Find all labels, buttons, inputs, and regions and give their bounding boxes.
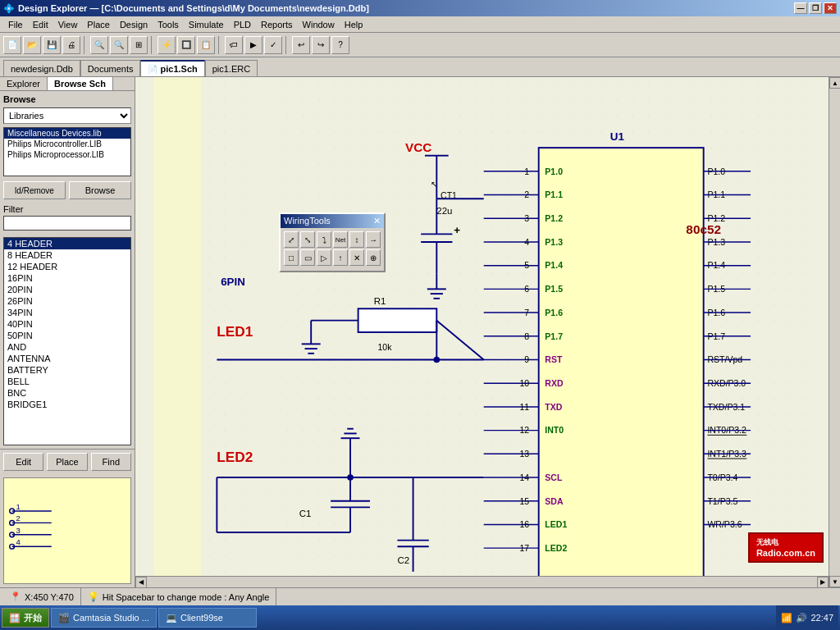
check-button[interactable]: ✓	[264, 36, 282, 54]
lib-item-misc[interactable]: Miscellaneous Devices.lib	[4, 128, 130, 139]
taskbar-camtasia[interactable]: 🎬 Camtasia Studio ...	[51, 608, 157, 628]
comp-50pin[interactable]: 50PIN	[4, 330, 130, 341]
comp-bnc[interactable]: BNC	[4, 387, 130, 399]
start-button[interactable]: 🪟 开始	[2, 608, 49, 628]
annotate-button[interactable]: 🏷	[225, 36, 243, 54]
menu-edit[interactable]: Edit	[28, 18, 53, 31]
comp-4header[interactable]: 4 HEADER	[4, 238, 130, 249]
lib-item-philips-mc[interactable]: Philips Microcontroller.LIB	[4, 139, 130, 149]
wire-tool-5[interactable]: ↕	[349, 231, 364, 248]
wire-button[interactable]: ⚡	[158, 36, 176, 54]
zoom-fit-button[interactable]: ⊞	[130, 36, 148, 54]
restore-button[interactable]: ❐	[809, 2, 822, 14]
menu-place[interactable]: Place	[82, 18, 115, 31]
wiring-tools-title[interactable]: WiringTools ✕	[281, 214, 384, 228]
comp-8header[interactable]: 8 HEADER	[4, 249, 130, 261]
tab-documents[interactable]: Documents	[80, 60, 141, 76]
run-button[interactable]: ▶	[244, 36, 262, 54]
taskbar-client99se[interactable]: 💻 Client99se	[158, 608, 257, 628]
menu-window[interactable]: Window	[298, 18, 340, 31]
component-button[interactable]: 🔲	[177, 36, 195, 54]
pinnum-17: 17	[520, 543, 530, 553]
comp-40pin[interactable]: 40PIN	[4, 318, 130, 330]
wire-tool-3[interactable]: ⤵	[317, 231, 331, 248]
undo-button[interactable]: ↩	[292, 36, 310, 54]
tab-newdesign[interactable]: newdesign.Ddb	[3, 60, 80, 76]
wiring-tools-close[interactable]: ✕	[373, 216, 381, 226]
menu-pld[interactable]: PLD	[229, 18, 256, 31]
title-text: Design Explorer — [C:\Documents and Sett…	[18, 3, 369, 13]
wire-tool-2[interactable]: ⤡	[300, 231, 315, 248]
minimize-button[interactable]: —	[794, 2, 807, 14]
comp-34pin[interactable]: 34PIN	[4, 307, 130, 318]
filter-input[interactable]	[3, 216, 131, 231]
load-remove-button[interactable]: ld/Remove	[3, 181, 66, 199]
scroll-bottom[interactable]: ◀ ▶	[135, 576, 829, 587]
place-button[interactable]: Place	[47, 453, 87, 471]
new-button[interactable]: 📄	[3, 36, 21, 54]
menu-tools[interactable]: Tools	[153, 18, 184, 31]
scroll-right[interactable]: ▲ ▼	[829, 77, 840, 587]
menu-design[interactable]: Design	[115, 18, 153, 31]
svg-text:+: +	[454, 224, 460, 236]
lib-item-philips-mp[interactable]: Philips Microprocessor.LIB	[4, 149, 130, 160]
menu-simulate[interactable]: Simulate	[184, 18, 229, 31]
comp-and[interactable]: AND	[4, 341, 130, 353]
libraries-dropdown[interactable]: Libraries Components Nets	[3, 107, 131, 124]
tab-explorer[interactable]: Explorer	[0, 77, 48, 90]
comp-26pin[interactable]: 26PIN	[4, 295, 130, 307]
svg-text:3: 3	[16, 526, 20, 535]
comp-antenna[interactable]: ANTENNA	[4, 353, 130, 364]
save-button[interactable]: 💾	[43, 36, 61, 54]
scroll-right-button[interactable]: ▶	[817, 577, 829, 588]
sep2	[151, 36, 154, 54]
pin-int0: INT0	[545, 425, 564, 435]
help-button[interactable]: ?	[331, 36, 349, 54]
pin-p16: P1.6	[545, 308, 563, 317]
tab-pic1erc[interactable]: pic1.ERC	[205, 60, 258, 76]
menu-reports[interactable]: Reports	[256, 18, 298, 31]
wire-tool-8[interactable]: ▭	[300, 249, 315, 266]
comp-16pin[interactable]: 16PIN	[4, 272, 130, 284]
wire-tool-7[interactable]: □	[284, 249, 299, 266]
pin-p10: P1.0	[545, 167, 563, 176]
menu-help[interactable]: Help	[340, 18, 368, 31]
zoom-in-button[interactable]: 🔍	[90, 36, 108, 54]
client-icon: 💻	[166, 613, 177, 623]
comp-12header[interactable]: 12 HEADER	[4, 261, 130, 272]
wire-tool-1[interactable]: ⤢	[284, 231, 299, 248]
comp-bell[interactable]: BELL	[4, 376, 130, 387]
close-button[interactable]: ✕	[824, 2, 837, 14]
pin-txd: TXD	[545, 402, 562, 412]
browse-section: Browse Libraries Components Nets Miscell…	[0, 91, 135, 180]
wire-tool-net[interactable]: Net	[333, 231, 348, 248]
scroll-down-button[interactable]: ▼	[829, 576, 840, 587]
wire-tool-add[interactable]: ⊕	[366, 249, 381, 266]
comp-20pin[interactable]: 20PIN	[4, 284, 130, 295]
schematic-area[interactable]: U1 80c52 P1.0 P1.1 P1.2 P1.3	[135, 77, 840, 587]
print-button[interactable]: 🖨	[62, 36, 80, 54]
pinnum-5: 5	[524, 260, 529, 270]
comp-bridge1[interactable]: BRIDGE1	[4, 399, 130, 410]
component-list[interactable]: 4 HEADER 8 HEADER 12 HEADER 16PIN 20PIN …	[3, 237, 131, 445]
comp-battery[interactable]: BATTERY	[4, 364, 130, 376]
browse-button[interactable]: Browse	[69, 181, 131, 199]
wire-tool-9[interactable]: ▷	[317, 249, 331, 266]
tab-pic1sch[interactable]: 📄 pic1.Sch	[140, 60, 204, 76]
scroll-up-button[interactable]: ▲	[829, 77, 840, 89]
redo-button[interactable]: ↪	[312, 36, 330, 54]
edit-button[interactable]: Edit	[3, 453, 43, 471]
action-buttons: Edit Place Find	[0, 449, 135, 474]
scroll-left-button[interactable]: ◀	[135, 577, 147, 588]
wire-tool-10[interactable]: ↑	[333, 249, 348, 266]
find-button[interactable]: Find	[91, 453, 131, 471]
netlist-button[interactable]: 📋	[197, 36, 215, 54]
wire-tool-6[interactable]: →	[366, 231, 381, 248]
menu-view[interactable]: View	[53, 18, 83, 31]
menu-file[interactable]: File	[3, 18, 28, 31]
wire-tool-delete[interactable]: ✕	[349, 249, 364, 266]
tab-browse-sch[interactable]: Browse Sch	[48, 77, 113, 90]
zoom-out-button[interactable]: 🔍	[110, 36, 128, 54]
pin-sda: SDA	[545, 496, 564, 506]
open-button[interactable]: 📂	[23, 36, 41, 54]
